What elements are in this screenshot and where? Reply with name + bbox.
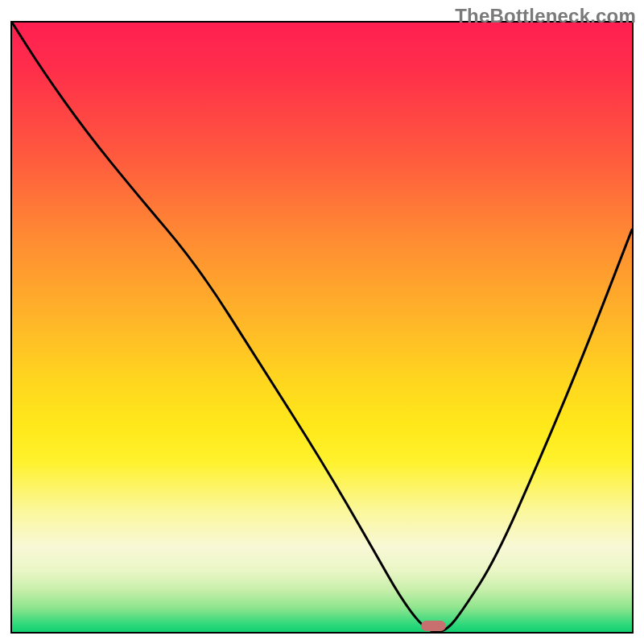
curve-layer — [12, 23, 632, 632]
bottleneck-curve — [12, 23, 632, 632]
chart-container: TheBottleneck.com — [0, 0, 644, 644]
plot-area — [10, 21, 634, 634]
optimum-marker — [421, 621, 446, 631]
watermark-text: TheBottleneck.com — [455, 5, 636, 27]
